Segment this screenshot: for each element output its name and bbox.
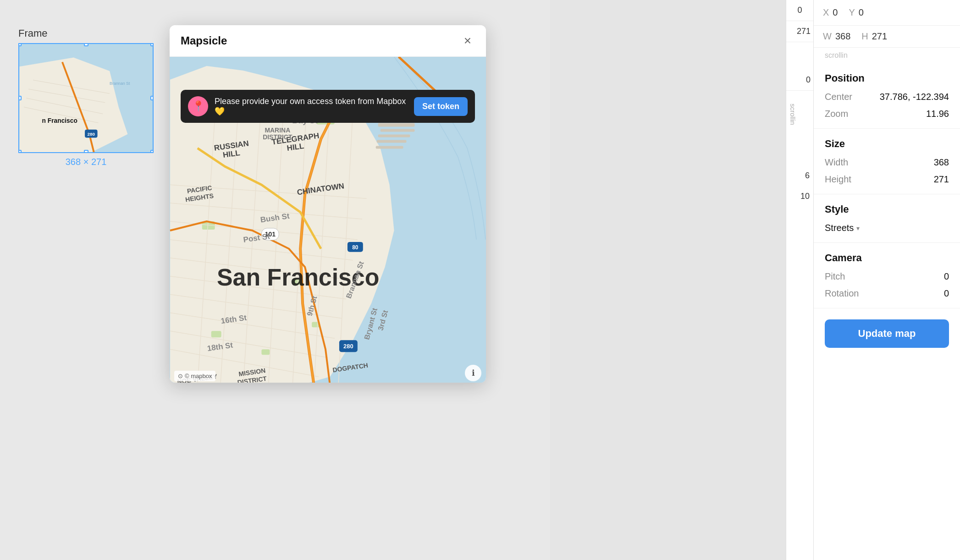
wh-row: W 368 H 271 [814,26,960,48]
svg-rect-41 [378,123,415,127]
style-section: Style Streets ▾ [814,194,960,243]
svg-rect-44 [377,140,407,143]
handle-bottom-left[interactable] [18,150,22,153]
w-group: W 368 [823,31,850,42]
center-label: Center [825,92,852,102]
handle-bottom-right[interactable] [150,150,154,153]
pitch-row: Pitch 0 [825,271,949,282]
h-value[interactable]: 271 [872,31,887,42]
x-value[interactable]: 0 [833,7,838,18]
width-label: Width [825,157,848,168]
frame-container: Frame [18,27,154,167]
xy-coords-row: X 0 Y 0 [814,0,960,26]
mini-map-svg: 280 n Francisco Brannan St [19,44,153,152]
zoom-value[interactable]: 11.96 [926,109,949,119]
width-value[interactable]: 368 [934,157,949,168]
x-coord-group: X 0 [823,7,838,18]
style-select-button[interactable]: Streets ▾ [825,223,860,233]
rotation-value[interactable]: 0 [944,288,949,299]
token-message: Please provide your own access token fro… [215,97,408,116]
x-label: X [823,7,829,18]
chevron-down-icon: ▾ [856,225,860,232]
scrolling-note: scrollin [814,48,960,63]
style-value: Streets [825,223,854,233]
frame-box[interactable]: 280 n Francisco Brannan St [18,43,154,153]
svg-text:Brannan St: Brannan St [110,81,130,86]
map-attribution: ⊙ © mapbox [174,371,215,381]
pitch-label: Pitch [825,271,845,282]
handle-top-right[interactable] [150,43,154,46]
info-button[interactable]: ℹ [465,365,481,381]
size-section: Size Width 368 Height 271 [814,129,960,194]
height-value[interactable]: 271 [934,174,949,185]
height-row: Height 271 [825,174,949,185]
camera-section: Camera Pitch 0 Rotation 0 [814,243,960,308]
attribution-text: © mapbox [185,373,212,379]
handle-mid-right[interactable] [150,96,154,100]
h-group: H 271 [861,31,887,42]
h-label: H [861,31,868,42]
height-label: Height [825,174,851,185]
y-value[interactable]: 0 [859,7,864,18]
width-row: Width 368 [825,157,949,168]
rotation-row: Rotation 0 [825,288,949,299]
w-value[interactable]: 368 [835,31,850,42]
pitch-value[interactable]: 0 [944,271,949,282]
svg-text:80: 80 [352,244,359,251]
style-title: Style [825,203,949,215]
svg-text:n Francisco: n Francisco [42,117,77,124]
style-row: Streets ▾ [825,223,949,233]
frame-size-label: 368 × 271 [66,157,107,167]
mapbox-logo: ⊙ [178,373,183,379]
camera-title: Camera [825,252,949,264]
svg-rect-42 [381,129,415,132]
svg-text:MARINA: MARINA [265,126,290,134]
right-panel: X 0 Y 0 W 368 H 271 scrollin Position Ce… [813,0,960,560]
handle-top-mid[interactable] [84,43,88,46]
svg-rect-43 [378,135,410,137]
position-section: Position Center 37.786, -122.394 Zoom 11… [814,63,960,129]
rotation-label: Rotation [825,288,859,299]
plugin-modal: Mapsicle × [170,25,486,383]
far-right-number-5: 10 [786,186,813,207]
svg-rect-45 [376,146,403,148]
modal-title: Mapsicle [181,34,227,47]
modal-header: Mapsicle × [170,25,486,57]
position-title: Position [825,72,949,84]
frame-label: Frame [18,27,48,39]
mini-map: 280 n Francisco Brannan St [19,44,153,152]
size-title: Size [825,138,949,150]
zoom-row: Zoom 11.96 [825,109,949,119]
center-value[interactable]: 37.786, -122.394 [880,92,949,102]
svg-text:280: 280 [88,132,95,137]
w-label: W [823,31,832,42]
scrolling-label: scrollin [786,100,800,129]
set-token-button[interactable]: Set token [414,97,468,116]
svg-text:DISTRICT: DISTRICT [263,133,292,141]
svg-rect-17 [261,349,270,355]
map-container: 101 80 280 San Francisco RUSSIAN HILL TE… [170,57,486,383]
modal-close-button[interactable]: × [460,33,475,48]
handle-top-left[interactable] [18,43,22,46]
map-pin-icon: 📍 [192,100,204,112]
svg-rect-16 [211,331,221,337]
token-banner: 📍 Please provide your own access token f… [181,90,475,123]
far-right-number-3: 0 [786,70,813,91]
far-right-panel: 0 271 0 scrollin 6 10 [786,0,813,560]
far-right-number-2: 271 [786,21,813,42]
handle-bottom-mid[interactable] [84,150,88,153]
far-right-number-1: 0 [786,0,813,21]
center-row: Center 37.786, -122.394 [825,92,949,102]
zoom-label: Zoom [825,109,848,119]
handle-mid-left[interactable] [18,96,22,100]
far-right-number-4: 6 [786,165,813,186]
update-map-button[interactable]: Update map [825,319,949,348]
y-label: Y [849,7,855,18]
y-coord-group: Y 0 [849,7,863,18]
token-icon: 📍 [188,96,208,116]
svg-text:280: 280 [343,343,353,350]
